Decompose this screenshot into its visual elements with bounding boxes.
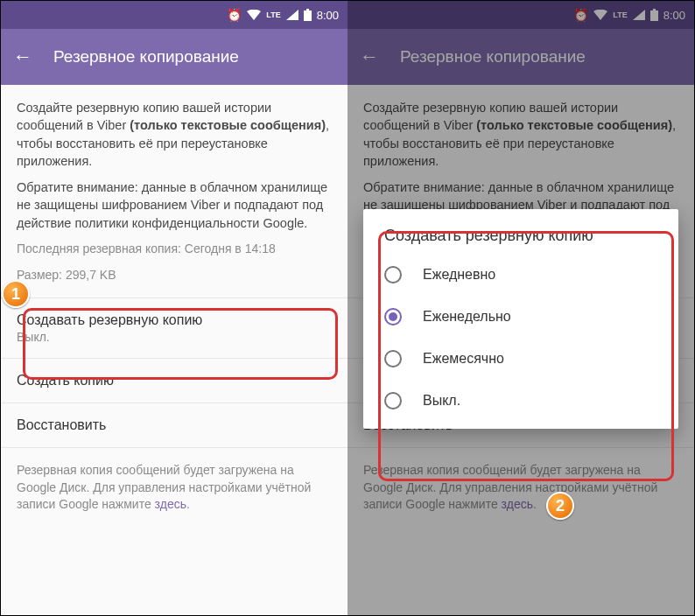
clock: 8:00 [317, 9, 339, 22]
create-now-label: Создать копию [17, 373, 332, 388]
screen-right: ⏰ LTE 8:00 ← Резервное копирование Созда… [348, 1, 694, 615]
dialog-title: Создавать резервную копию [370, 227, 671, 254]
schedule-dialog: Создавать резервную копию Ежедневно Ежен… [363, 209, 678, 429]
back-arrow-icon[interactable]: ← [360, 46, 379, 68]
footer-note: Резервная копия сообщений будет загружен… [1, 447, 348, 528]
app-bar: ← Резервное копирование [1, 29, 348, 85]
svg-rect-3 [653, 9, 656, 10]
lte-icon: LTE [613, 10, 627, 19]
description-block: Создайте резервную копию вашей истории с… [1, 85, 348, 298]
back-arrow-icon[interactable]: ← [13, 46, 32, 68]
battery-icon [304, 9, 312, 21]
footer-dot: . [186, 497, 190, 511]
app-bar: ← Резервное копирование [348, 29, 694, 85]
footer-dot: . [533, 497, 537, 511]
desc-text-3: Обратите внимание: данные в облачном хра… [17, 178, 332, 232]
radio-option-monthly[interactable]: Ежемесячно [370, 338, 671, 380]
radio-label: Ежемесячно [423, 351, 504, 367]
desc-text-2: , чтобы восстановить её при переустановк… [363, 118, 676, 168]
desc-text-1: Создайте резервную копию вашей истории с… [363, 101, 618, 132]
radio-label: Еженедельно [423, 309, 511, 325]
wifi-icon [247, 10, 261, 20]
signal-icon [286, 10, 298, 20]
page-title: Резервное копирование [53, 47, 239, 66]
status-bar: ⏰ LTE 8:00 [348, 1, 694, 29]
radio-icon [384, 392, 402, 410]
alarm-icon: ⏰ [227, 8, 242, 22]
footer-text: Резервная копия сообщений будет загружен… [363, 463, 657, 511]
radio-label: Выкл. [423, 393, 460, 409]
alarm-icon: ⏰ [573, 8, 588, 22]
annotation-badge-1: 1 [2, 280, 30, 308]
radio-option-off[interactable]: Выкл. [370, 380, 671, 422]
svg-rect-0 [304, 10, 312, 21]
signal-icon [633, 10, 645, 20]
last-backup: Последняя резервная копия: Сегодня в 14:… [17, 241, 332, 258]
status-bar: ⏰ LTE 8:00 [1, 1, 348, 29]
battery-icon [650, 9, 658, 21]
lte-icon: LTE [266, 10, 280, 19]
footer-note: Резервная копия сообщений будет загружен… [348, 447, 694, 528]
backup-size: Размер: 299,7 KB [17, 267, 332, 284]
svg-rect-1 [306, 9, 309, 10]
desc-bold: (только текстовые сообщения) [130, 118, 326, 132]
radio-icon [384, 308, 402, 326]
schedule-backup-item[interactable]: Создавать резервную копию Выкл. [1, 298, 348, 358]
radio-icon [384, 350, 402, 368]
page-title: Резервное копирование [400, 47, 586, 66]
radio-option-weekly[interactable]: Еженедельно [370, 296, 671, 338]
desc-bold: (только текстовые сообщения) [476, 118, 672, 132]
radio-icon [384, 266, 402, 284]
clock: 8:00 [663, 9, 685, 22]
wifi-icon [593, 10, 607, 20]
create-backup-item[interactable]: Создать копию [1, 358, 348, 402]
svg-rect-2 [650, 10, 658, 21]
footer-link[interactable]: здесь [502, 497, 533, 511]
footer-link[interactable]: здесь [155, 497, 186, 511]
radio-label: Ежедневно [423, 267, 495, 283]
radio-option-daily[interactable]: Ежедневно [370, 254, 671, 296]
schedule-sub: Выкл. [17, 330, 332, 344]
restore-label: Восстановить [17, 417, 332, 433]
schedule-label: Создавать резервную копию [17, 312, 332, 328]
restore-item[interactable]: Восстановить [1, 402, 348, 447]
annotation-badge-2: 2 [546, 492, 574, 520]
screen-left: ⏰ LTE 8:00 ← Резервное копирование Созда… [1, 1, 348, 615]
